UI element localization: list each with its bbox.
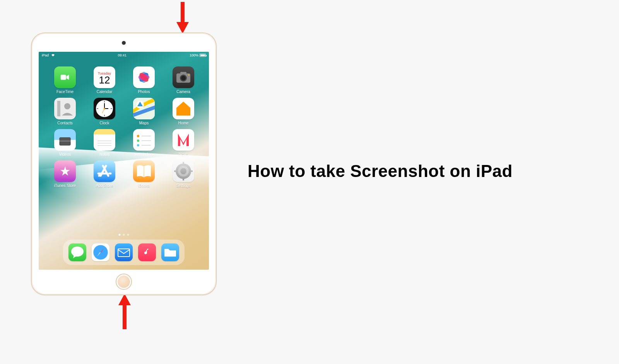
svg-point-46 bbox=[71, 247, 84, 257]
status-bar: iPad 09:41 100% bbox=[39, 52, 209, 59]
app-photos[interactable]: Photos bbox=[128, 66, 159, 94]
videos-icon bbox=[54, 129, 76, 151]
app-ibooks[interactable]: iBooks bbox=[128, 160, 159, 188]
svg-rect-32 bbox=[56, 141, 74, 141]
svg-rect-43 bbox=[183, 178, 184, 180]
svg-rect-4 bbox=[61, 75, 66, 80]
app-settings[interactable]: Settings bbox=[168, 160, 199, 188]
app-mail[interactable] bbox=[115, 243, 133, 261]
status-time: 09:41 bbox=[55, 53, 190, 57]
app-news[interactable]: News bbox=[168, 129, 199, 156]
svg-rect-14 bbox=[180, 72, 186, 74]
arrow-bottom-home-button bbox=[117, 294, 132, 329]
app-files[interactable] bbox=[161, 243, 179, 261]
front-camera bbox=[122, 41, 126, 45]
svg-point-41 bbox=[180, 168, 186, 174]
app-contacts[interactable]: Contacts bbox=[50, 98, 80, 125]
homescreen-grid: FaceTime Tuesday 12 Calendar bbox=[50, 66, 199, 188]
app-calendar[interactable]: Tuesday 12 Calendar bbox=[89, 66, 120, 94]
svg-rect-42 bbox=[183, 162, 184, 164]
svg-point-19 bbox=[64, 103, 70, 109]
clock-icon bbox=[94, 98, 115, 119]
svg-rect-49 bbox=[118, 249, 130, 257]
ipad-device: iPad 09:41 100% FaceTime bbox=[31, 32, 217, 295]
page-title: How to take Screenshot on iPad bbox=[248, 162, 513, 181]
reminders-icon bbox=[133, 129, 155, 151]
dock bbox=[63, 240, 185, 265]
app-safari[interactable] bbox=[92, 243, 109, 261]
home-icon bbox=[173, 98, 194, 119]
page-indicator bbox=[119, 234, 129, 236]
app-home[interactable]: Home bbox=[168, 98, 199, 125]
app-maps[interactable]: Maps bbox=[128, 98, 159, 125]
arrow-top-sleep-button bbox=[175, 2, 190, 34]
svg-marker-1 bbox=[176, 22, 189, 34]
status-battery: 100% bbox=[190, 53, 206, 57]
svg-rect-18 bbox=[57, 101, 60, 116]
svg-point-28 bbox=[104, 108, 105, 109]
svg-line-37 bbox=[99, 174, 100, 176]
ipad-screen: iPad 09:41 100% FaceTime bbox=[39, 52, 209, 270]
home-button[interactable] bbox=[116, 274, 132, 290]
svg-point-17 bbox=[188, 75, 190, 76]
app-camera[interactable]: Camera bbox=[168, 66, 199, 94]
app-itunes-store[interactable]: ★ iTunes Store bbox=[50, 160, 80, 188]
app-messages[interactable] bbox=[68, 243, 86, 261]
itunes-store-icon: ★ bbox=[54, 160, 76, 182]
contacts-icon bbox=[54, 98, 76, 119]
app-videos[interactable]: Videos bbox=[50, 129, 80, 156]
status-device: iPad bbox=[42, 53, 55, 57]
app-music[interactable] bbox=[138, 243, 156, 261]
app-facetime[interactable]: FaceTime bbox=[50, 66, 80, 94]
photos-icon bbox=[133, 66, 155, 88]
wifi-icon bbox=[51, 53, 55, 57]
app-app-store[interactable]: App Store bbox=[89, 160, 120, 188]
ibooks-icon bbox=[133, 160, 155, 182]
svg-point-16 bbox=[181, 76, 186, 80]
calendar-icon: Tuesday 12 bbox=[94, 66, 115, 88]
battery-icon bbox=[200, 54, 206, 57]
app-store-icon bbox=[94, 160, 115, 182]
notes-icon bbox=[94, 129, 115, 151]
camera-icon bbox=[173, 66, 194, 88]
app-clock[interactable]: Clock bbox=[89, 98, 120, 125]
maps-icon bbox=[133, 98, 155, 119]
news-icon bbox=[173, 129, 194, 151]
settings-icon bbox=[173, 160, 194, 182]
svg-rect-45 bbox=[190, 170, 193, 172]
facetime-icon bbox=[54, 66, 76, 88]
app-notes[interactable]: Notes bbox=[89, 129, 120, 156]
svg-rect-44 bbox=[174, 170, 176, 172]
app-reminders[interactable]: Reminders bbox=[128, 129, 159, 156]
